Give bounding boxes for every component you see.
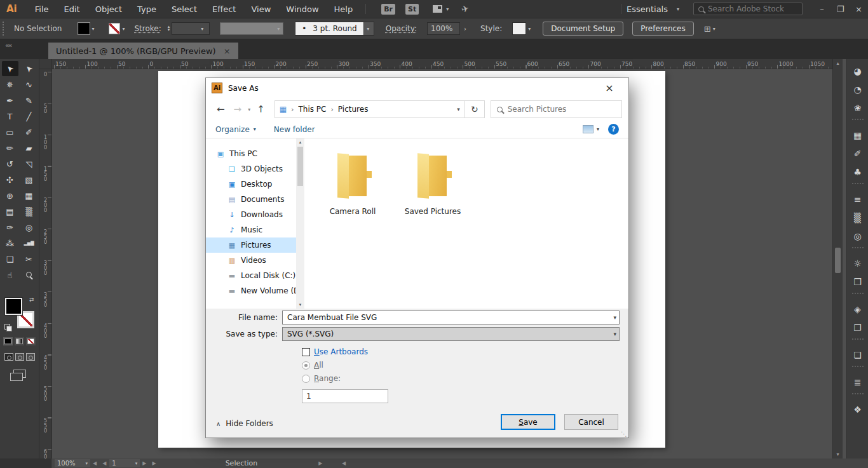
menu-item-view[interactable]: View <box>243 0 278 18</box>
gradient-button[interactable] <box>15 337 24 345</box>
pen-tool[interactable]: ✒ <box>2 93 18 108</box>
tab-close-icon[interactable]: × <box>224 46 231 56</box>
eraser-tool[interactable]: ▰ <box>21 140 37 156</box>
hide-folders-button[interactable]: ∧ Hide Folders <box>216 419 273 428</box>
width-tool[interactable]: ✣ <box>2 172 18 187</box>
rotate-tool[interactable]: ↺ <box>2 156 18 171</box>
screen-mode-button[interactable] <box>13 370 26 378</box>
zoom-level-dropdown[interactable]: 100% ▾ <box>55 459 90 467</box>
address-dropdown-icon[interactable]: ▾ <box>457 106 460 112</box>
back-icon[interactable]: ← <box>217 104 225 115</box>
perspective-grid-tool[interactable]: ▦ <box>21 188 37 203</box>
previous-artboard-icon[interactable]: ◀ <box>102 460 107 466</box>
up-icon[interactable]: ↑ <box>257 104 265 115</box>
gradient-panel-icon[interactable]: ▒ <box>847 208 868 227</box>
file-name-combobox[interactable]: ▾ <box>282 311 620 324</box>
first-artboard-icon[interactable]: ◀ <box>93 460 97 466</box>
draw-behind-button[interactable] <box>15 353 24 361</box>
address-bar[interactable]: ▦ › This PC › Pictures ▾ <box>275 100 465 118</box>
free-transform-tool[interactable]: ▧ <box>21 172 37 187</box>
cancel-button[interactable]: Cancel <box>564 414 618 430</box>
none-button[interactable] <box>26 337 36 345</box>
file-name-input[interactable] <box>287 313 613 322</box>
graphic-styles-panel-icon[interactable]: ❒ <box>847 272 868 291</box>
panel-drag-handle[interactable] <box>3 22 4 36</box>
folder-saved-pictures[interactable]: Saved Pictures <box>397 152 468 216</box>
style-dropdown[interactable] <box>512 22 526 35</box>
breadcrumb-pictures[interactable]: Pictures <box>338 105 369 114</box>
stock-search-input[interactable] <box>708 4 797 13</box>
recolor-artwork-icon[interactable]: ❀ <box>847 98 868 117</box>
search-input[interactable] <box>508 105 616 114</box>
last-artboard-icon[interactable]: ▶ <box>152 460 156 466</box>
eyedropper-tool[interactable]: ✑ <box>2 220 18 235</box>
sidebar-item-this-pc[interactable]: ▣ This PC <box>206 146 296 161</box>
workspace-switcher[interactable]: Essentials ▾ <box>627 4 683 14</box>
chevron-down-icon[interactable]: ▾ <box>92 26 94 32</box>
layers-panel-icon[interactable]: ◈ <box>847 300 868 318</box>
sidebar-item-pictures[interactable]: ▦ Pictures <box>206 237 296 253</box>
stock-button[interactable]: St <box>405 4 419 15</box>
stroke-color-swatch[interactable] <box>109 23 120 34</box>
artboard-tool[interactable]: ❏ <box>2 251 18 267</box>
collapse-panels-icon[interactable]: «« <box>5 41 11 50</box>
color-button[interactable] <box>3 337 13 345</box>
scrollbar-thumb[interactable] <box>297 147 303 186</box>
artboard-navigation-dropdown[interactable]: 1 ▾ <box>109 459 140 467</box>
align-options-icon[interactable]: ⊞ <box>704 24 711 34</box>
next-artboard-icon[interactable]: ▶ <box>142 460 147 466</box>
chevron-down-icon[interactable]: ▾ <box>613 314 616 321</box>
sidebar-item-videos[interactable]: ▥ Videos <box>206 253 296 268</box>
menu-item-help[interactable]: Help <box>327 0 361 18</box>
blend-tool[interactable]: ◎ <box>21 220 37 235</box>
chevron-down-icon[interactable]: ▾ <box>713 26 715 32</box>
line-segment-tool[interactable]: ╱ <box>21 109 37 124</box>
color-panel-icon[interactable]: ◕ <box>847 62 868 80</box>
refresh-button[interactable]: ↻ <box>465 100 485 118</box>
document-setup-button[interactable]: Document Setup <box>543 22 623 36</box>
selection-tool[interactable]: ➤ <box>2 61 18 76</box>
sidebar-item-documents[interactable]: ▤ Documents <box>206 192 296 207</box>
scroll-down-icon[interactable]: ▾ <box>833 451 843 457</box>
brush-definition-dropdown[interactable]: • 3 pt. Round ▾ <box>295 22 374 36</box>
magic-wand-tool[interactable]: ✵ <box>2 77 18 92</box>
sidebar-scrollbar[interactable]: ▴ ▾ <box>296 138 304 309</box>
artboards-panel-icon[interactable]: ❐ <box>847 318 868 337</box>
appearance-panel-icon[interactable]: ☼ <box>847 254 868 272</box>
range-input[interactable] <box>302 389 388 403</box>
chevron-down-icon[interactable]: ▾ <box>528 26 531 32</box>
default-fill-stroke-icon[interactable] <box>4 324 10 330</box>
swap-fill-stroke-icon[interactable]: ⇄ <box>29 297 34 303</box>
slice-tool[interactable]: ✂ <box>21 251 37 267</box>
stroke-panel-icon[interactable]: ≡ <box>847 190 868 208</box>
scrollbar-thumb[interactable] <box>835 248 841 273</box>
dialog-title-bar[interactable]: Ai Save As × <box>206 78 628 98</box>
close-button[interactable]: × <box>850 0 868 18</box>
dialog-close-icon[interactable]: × <box>596 78 623 98</box>
folder-camera-roll[interactable]: Camera Roll <box>317 152 388 216</box>
opacity-label[interactable]: Opacity: <box>386 24 417 33</box>
bridge-button[interactable]: Br <box>381 4 395 15</box>
chevron-down-icon[interactable]: ▾ <box>446 6 449 12</box>
sidebar-item-downloads[interactable]: ↓ Downloads <box>206 207 296 222</box>
save-button[interactable]: Save <box>501 414 555 430</box>
transparency-panel-icon[interactable]: ◎ <box>847 227 868 245</box>
horizontal-scroll-arrows[interactable]: ▶ ◀ <box>318 460 355 466</box>
opacity-value-box[interactable]: 100% <box>427 22 460 35</box>
column-graph-tool[interactable]: ▂▅▇ <box>21 236 37 251</box>
rectangle-tool[interactable]: ▭ <box>2 124 18 140</box>
rocket-icon[interactable]: ✈ <box>460 3 470 15</box>
scroll-up-icon[interactable]: ▴ <box>833 60 843 66</box>
sidebar-item-local-disk-c[interactable]: ▬ Local Disk (C:) <box>206 268 296 283</box>
stepper-down-icon[interactable]: ▾ <box>168 29 170 32</box>
stroke-weight-label[interactable]: Stroke: <box>134 24 161 33</box>
symbol-sprayer-tool[interactable]: ⁂ <box>2 236 18 251</box>
transform-panel-icon[interactable]: ❖ <box>847 400 868 418</box>
scroll-down-icon[interactable]: ▾ <box>296 302 304 307</box>
mesh-tool[interactable]: ▤ <box>2 204 18 219</box>
arrange-documents-icon[interactable] <box>433 5 442 13</box>
scale-tool[interactable]: ◹ <box>21 156 37 171</box>
organize-button[interactable]: Organize <box>215 125 250 134</box>
zoom-tool[interactable] <box>21 267 37 283</box>
menu-item-window[interactable]: Window <box>278 0 326 18</box>
